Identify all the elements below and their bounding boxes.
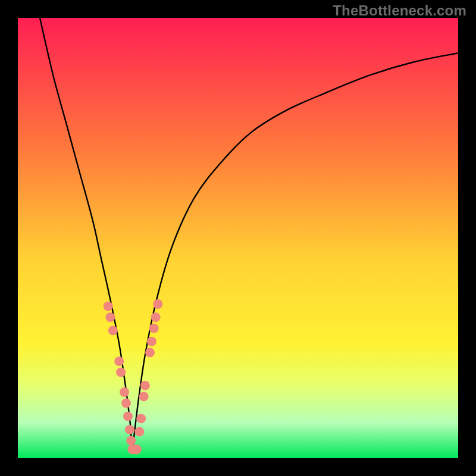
data-marker	[151, 312, 161, 322]
plot-area	[18, 18, 458, 458]
data-marker	[145, 347, 155, 357]
data-marker	[126, 436, 136, 445]
chart-canvas	[18, 18, 458, 458]
data-marker	[120, 387, 129, 397]
data-marker	[123, 412, 133, 421]
gradient-background	[18, 18, 458, 458]
data-marker	[104, 302, 113, 311]
data-marker	[147, 337, 156, 346]
data-marker	[116, 368, 126, 377]
watermark-text: TheBottleneck.com	[333, 2, 466, 19]
data-marker	[114, 356, 124, 366]
data-marker	[153, 299, 162, 309]
data-marker	[125, 425, 134, 434]
data-marker	[139, 392, 149, 401]
data-marker	[132, 444, 142, 454]
data-marker	[105, 312, 115, 322]
data-marker	[121, 399, 131, 408]
data-marker	[136, 414, 146, 423]
data-marker	[140, 381, 150, 390]
data-marker	[134, 427, 144, 437]
data-marker	[108, 325, 118, 335]
data-marker	[149, 324, 159, 333]
chart-frame: TheBottleneck.com	[0, 0, 476, 476]
